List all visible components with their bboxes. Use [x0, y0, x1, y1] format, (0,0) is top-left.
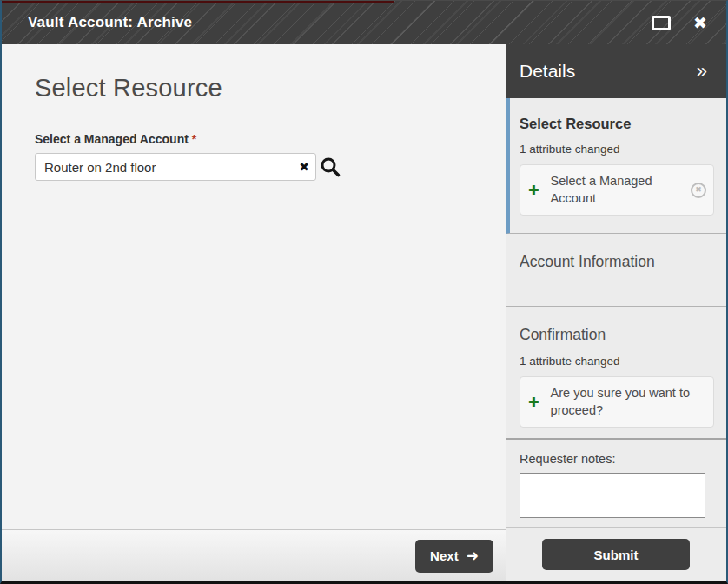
search-icon[interactable]	[319, 156, 341, 178]
main-footer: Next ➜	[2, 529, 506, 581]
window-title: Vault Account: Archive	[28, 14, 652, 31]
main-content: Select Resource Select a Managed Account…	[2, 44, 506, 529]
section-confirmation[interactable]: Confirmation 1 attribute changed ✚ Are y…	[506, 307, 726, 440]
section-account-information[interactable]: Account Information	[506, 234, 726, 307]
add-icon: ✚	[528, 395, 539, 410]
remove-attribute-icon[interactable]: ✖	[691, 182, 706, 198]
confirmation-attr-text: Are you sure you want to proceed?	[551, 385, 706, 419]
arrow-right-icon: ➜	[467, 548, 479, 563]
details-panel: Details » Select Resource 1 attribute ch…	[506, 44, 726, 581]
top-accent-strip	[2, 0, 394, 3]
dialog-body: Select Resource Select a Managed Account…	[2, 44, 726, 581]
managed-account-attr-text: Select a Managed Account	[551, 173, 685, 207]
managed-account-input-row: ✖	[35, 153, 488, 181]
requester-notes-textarea[interactable]	[520, 473, 705, 518]
page-title: Select Resource	[35, 74, 488, 103]
confirmation-attr-card: ✚ Are you sure you want to proceed?	[520, 376, 714, 428]
managed-account-attr-card: ✚ Select a Managed Account ✖	[520, 164, 714, 216]
add-icon: ✚	[528, 182, 539, 198]
submit-button[interactable]: Submit	[542, 539, 690, 570]
main-area: Select Resource Select a Managed Account…	[2, 44, 506, 581]
managed-account-input[interactable]	[35, 153, 316, 181]
requester-notes-label: Requester notes:	[520, 452, 712, 466]
section-select-resource[interactable]: Select Resource 1 attribute changed ✚ Se…	[506, 98, 726, 234]
managed-account-input-wrap: ✖	[35, 153, 316, 181]
close-icon[interactable]: ✖	[693, 15, 707, 31]
vault-account-dialog: Vault Account: Archive ✖ Select Resource…	[0, 0, 728, 584]
collapse-panel-icon[interactable]: »	[697, 62, 707, 81]
details-panel-header: Details »	[506, 44, 726, 98]
panel-footer: Submit	[506, 528, 726, 581]
section-select-resource-title: Select Resource	[520, 116, 714, 132]
restore-window-icon[interactable]	[652, 16, 671, 30]
managed-account-label-text: Select a Managed Account	[35, 132, 189, 146]
managed-account-label: Select a Managed Account *	[35, 132, 488, 146]
required-marker: *	[192, 132, 196, 146]
clear-input-icon[interactable]: ✖	[299, 161, 309, 173]
section-confirmation-title: Confirmation	[520, 326, 714, 344]
select-resource-status: 1 attribute changed	[520, 143, 714, 156]
section-account-information-title: Account Information	[520, 253, 714, 271]
confirmation-status: 1 attribute changed	[520, 355, 714, 368]
requester-notes-area: Requester notes:	[506, 440, 726, 528]
managed-account-field: Select a Managed Account * ✖	[35, 132, 488, 181]
next-button[interactable]: Next ➜	[415, 540, 493, 573]
details-title: Details	[520, 61, 575, 82]
next-button-label: Next	[430, 548, 459, 563]
titlebar: Vault Account: Archive ✖	[2, 1, 726, 44]
titlebar-icons: ✖	[652, 15, 712, 31]
